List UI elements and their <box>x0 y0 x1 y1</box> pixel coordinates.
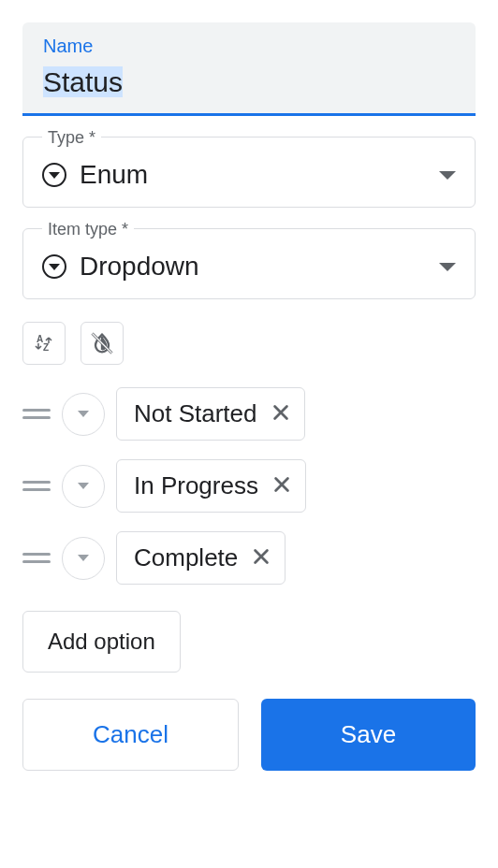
option-row: Not Started <box>22 387 476 441</box>
option-list: Not Started In Progress Complete <box>22 387 476 585</box>
invert-colors-off-icon <box>89 330 115 356</box>
cancel-button[interactable]: Cancel <box>22 699 239 771</box>
chevron-down-icon <box>78 555 89 561</box>
item-type-value: Dropdown <box>80 252 199 282</box>
enum-icon <box>42 163 66 187</box>
type-select[interactable]: Type * Enum <box>22 137 476 208</box>
option-chip[interactable]: In Progress <box>116 459 306 513</box>
drag-handle-icon[interactable] <box>22 409 51 419</box>
option-color-button[interactable] <box>62 465 105 508</box>
chevron-down-icon <box>78 411 89 417</box>
save-button[interactable]: Save <box>261 699 476 771</box>
item-type-label: Item type * <box>42 220 134 239</box>
dropdown-icon <box>42 254 66 279</box>
remove-option-button[interactable] <box>271 401 291 427</box>
remove-option-button[interactable] <box>271 473 292 499</box>
svg-text:Z: Z <box>43 342 49 353</box>
name-label: Name <box>43 36 455 57</box>
type-value: Enum <box>80 160 148 190</box>
option-row: In Progress <box>22 459 476 513</box>
option-color-button[interactable] <box>62 393 105 436</box>
add-option-button[interactable]: Add option <box>22 611 181 673</box>
chevron-down-icon <box>439 171 456 180</box>
option-label: In Progress <box>134 471 258 500</box>
chevron-down-icon <box>439 263 456 271</box>
chevron-down-icon <box>78 483 89 489</box>
close-icon <box>251 546 271 567</box>
option-chip[interactable]: Not Started <box>116 387 305 441</box>
sort-az-icon: A Z <box>33 332 55 354</box>
close-icon <box>271 402 291 423</box>
close-icon <box>271 474 292 495</box>
sort-az-button[interactable]: A Z <box>22 322 66 365</box>
option-color-button[interactable] <box>62 537 105 580</box>
item-type-select[interactable]: Item type * Dropdown <box>22 228 476 299</box>
toggle-color-button[interactable] <box>81 322 124 365</box>
option-row: Complete <box>22 531 476 585</box>
option-chip[interactable]: Complete <box>116 531 286 585</box>
drag-handle-icon[interactable] <box>22 553 51 563</box>
remove-option-button[interactable] <box>251 545 271 571</box>
name-value[interactable]: Status <box>43 66 123 97</box>
option-label: Complete <box>134 543 238 572</box>
drag-handle-icon[interactable] <box>22 481 51 491</box>
option-label: Not Started <box>134 399 257 428</box>
name-input-field[interactable]: Name Status <box>22 22 476 116</box>
type-label: Type * <box>42 128 101 148</box>
